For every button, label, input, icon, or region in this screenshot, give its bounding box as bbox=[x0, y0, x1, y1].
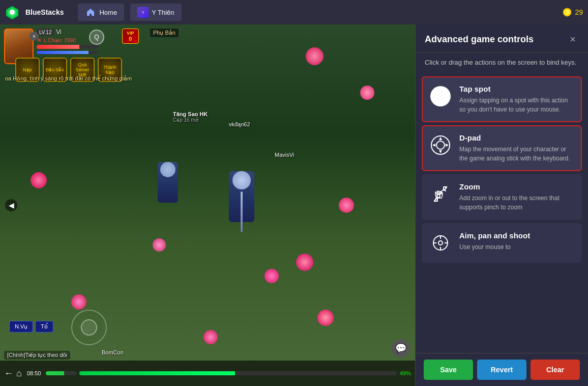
tapspot-icon bbox=[430, 86, 451, 106]
svg-point-6 bbox=[436, 141, 445, 149]
mission-btn-1[interactable]: N.Vụ bbox=[9, 321, 33, 333]
home-tab-label: Home bbox=[99, 9, 117, 16]
notification-line: oa Hồng, tình ý sáng rõ trời đất có thể … bbox=[5, 75, 410, 82]
search-circle[interactable]: Q bbox=[89, 30, 104, 45]
game-tab-label: Y Thiên bbox=[152, 9, 174, 16]
control-item-zoom[interactable]: Zoom Add zoom in or out to the screen th… bbox=[422, 174, 582, 220]
zoom-name: Zoom bbox=[459, 182, 575, 191]
analog-inner bbox=[81, 319, 97, 336]
exp-bar bbox=[79, 371, 397, 375]
tapspot-name: Tap spot bbox=[459, 85, 575, 93]
panel-title: Advanced game controls bbox=[425, 34, 534, 45]
rose-6 bbox=[296, 254, 313, 271]
home-circle[interactable]: ⌂ bbox=[16, 368, 22, 379]
bottom-player-name: BomCon bbox=[102, 349, 124, 355]
rose-1 bbox=[306, 47, 324, 65]
tapspot-desc: Assign tapping on a spot with this actio… bbox=[459, 96, 575, 114]
rose-9 bbox=[317, 310, 334, 326]
dpad-icon-container bbox=[429, 133, 452, 157]
char-name: Vi bbox=[56, 29, 61, 36]
panel-subtitle: Click or drag the actions on the screen … bbox=[416, 53, 588, 72]
zoom-icon bbox=[430, 184, 451, 204]
character-main bbox=[224, 177, 259, 249]
game-tab[interactable]: Y Y Thiên bbox=[130, 4, 181, 21]
close-panel-btn[interactable]: × bbox=[567, 33, 579, 46]
chat-line-1: [Chính]Tiếp tục theo dõi bbox=[4, 351, 70, 360]
chat-bubble-btn[interactable]: 💬 bbox=[392, 339, 410, 357]
character-1 bbox=[153, 167, 183, 228]
coin-area: 29 bbox=[563, 8, 583, 17]
zoom-text: Zoom Add zoom in or out to the screen th… bbox=[459, 182, 575, 212]
rose-2 bbox=[360, 86, 374, 100]
mission-buttons: N.Vụ Tổ bbox=[9, 321, 53, 333]
mission-btn-2[interactable]: Tổ bbox=[35, 321, 53, 333]
rose-7 bbox=[264, 269, 279, 283]
game-icon: Y bbox=[137, 7, 149, 18]
svg-marker-9 bbox=[432, 144, 435, 147]
battery-bar bbox=[46, 371, 76, 375]
tapspot-icon-container bbox=[429, 85, 452, 108]
svg-marker-10 bbox=[446, 144, 449, 147]
panel-header: Advanced game controls × bbox=[416, 24, 588, 53]
aim-icon-container bbox=[429, 231, 452, 255]
notification-area: oa Hồng, tình ý sáng rõ trời đất có thể … bbox=[5, 75, 410, 82]
nav-back: ← ⌂ bbox=[4, 368, 22, 379]
clear-button[interactable]: Clear bbox=[531, 360, 580, 380]
game-screen[interactable]: × LV.12 Vi ✕ L.Chiến: 2990 Q bbox=[0, 24, 415, 386]
svg-marker-8 bbox=[439, 150, 442, 153]
vip-level: 0 bbox=[127, 36, 134, 42]
home-tab[interactable]: Home bbox=[78, 4, 124, 21]
rose-3 bbox=[31, 172, 47, 188]
tapspot-text: Tap spot Assign tapping on a spot with t… bbox=[459, 85, 575, 114]
rose-10 bbox=[203, 330, 218, 344]
title-bar: BlueStacks Home Y Y Thiên 29 bbox=[0, 0, 588, 24]
back-arrow[interactable]: ← bbox=[4, 368, 13, 379]
exp-percent: 49% bbox=[400, 370, 411, 376]
portrait-close[interactable]: × bbox=[30, 32, 39, 41]
svg-point-17 bbox=[438, 241, 443, 245]
svg-point-4 bbox=[565, 10, 570, 15]
player-tag-3: MavisVi bbox=[275, 152, 294, 158]
control-item-aim[interactable]: Aim, pan and shoot Use your mouse to bbox=[422, 223, 582, 263]
save-button[interactable]: Save bbox=[424, 360, 473, 380]
aim-name: Aim, pan and shoot bbox=[459, 231, 575, 240]
control-item-dpad[interactable]: D-pad Map the movement of your character… bbox=[422, 125, 582, 171]
char-info: LV.12 Vi ✕ L.Chiến: 2990 bbox=[37, 29, 98, 54]
svg-marker-7 bbox=[439, 137, 442, 140]
dpad-icon bbox=[430, 135, 451, 155]
home-icon bbox=[85, 7, 96, 18]
left-arrow[interactable]: ◀ bbox=[5, 199, 17, 211]
dpad-text: D-pad Map the movement of your character… bbox=[459, 133, 575, 163]
revert-button[interactable]: Revert bbox=[477, 360, 526, 380]
rose-5 bbox=[153, 238, 166, 252]
zoom-icon-container bbox=[429, 182, 452, 206]
main-layout: × LV.12 Vi ✕ L.Chiến: 2990 Q bbox=[0, 24, 588, 386]
vip-label: VIP bbox=[127, 31, 134, 36]
game-bottom-bar: ← ⌂ 08:50 49% bbox=[0, 361, 415, 386]
zoom-desc: Add zoom in or out to the screen that su… bbox=[459, 194, 575, 212]
time-display: 08:50 bbox=[27, 370, 41, 376]
bluestacks-logo bbox=[5, 5, 19, 19]
hp-bar bbox=[37, 45, 98, 49]
mp-bar bbox=[37, 51, 98, 54]
game-overlay: × LV.12 Vi ✕ L.Chiến: 2990 Q bbox=[0, 24, 415, 386]
rose-4 bbox=[339, 198, 354, 213]
server-label: Phụ Bản bbox=[150, 29, 179, 37]
analog-stick[interactable] bbox=[71, 310, 107, 345]
side-nav: ◀ bbox=[5, 199, 17, 211]
char-level: LV.12 bbox=[37, 29, 54, 36]
svg-point-11 bbox=[437, 195, 440, 198]
svg-point-2 bbox=[10, 10, 15, 15]
player-tag-1: Tăng Sao HK Cấp 16 mở bbox=[173, 111, 208, 123]
player-tag-2: vkđąn62 bbox=[229, 121, 250, 127]
aim-text: Aim, pan and shoot Use your mouse to bbox=[459, 231, 575, 252]
controls-list: Tap spot Assign tapping on a spot with t… bbox=[416, 72, 588, 353]
coin-count: 29 bbox=[575, 8, 583, 16]
control-item-tapspot[interactable]: Tap spot Assign tapping on a spot with t… bbox=[422, 76, 582, 122]
dpad-desc: Map the movement of your character or th… bbox=[459, 145, 575, 163]
aim-desc: Use your mouse to bbox=[459, 242, 575, 252]
chat-area: [Chính]Tiếp tục theo dõi bbox=[4, 351, 70, 361]
app-title: BlueStacks bbox=[25, 8, 64, 16]
rose-8 bbox=[71, 294, 86, 310]
right-panel: Advanced game controls × Click or drag t… bbox=[415, 24, 588, 386]
